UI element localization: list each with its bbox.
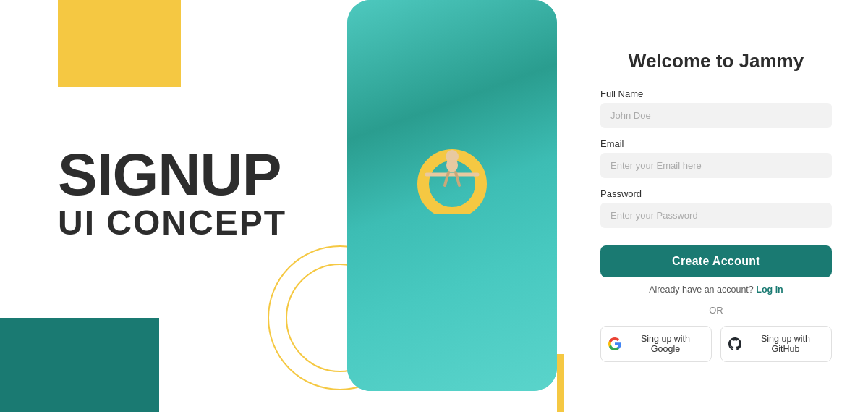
google-icon <box>608 337 621 350</box>
fullname-label: Full Name <box>600 88 832 99</box>
fullname-input[interactable] <box>600 103 832 128</box>
password-label: Password <box>600 188 832 199</box>
login-link[interactable]: Log In <box>756 285 783 295</box>
email-input[interactable] <box>600 153 832 178</box>
ui-concept-title: UI CONCEPT <box>58 204 286 243</box>
person-on-ring-svg <box>412 135 492 214</box>
github-button-label: Sing up with GitHub <box>747 334 824 354</box>
create-account-button[interactable]: Create Account <box>600 245 832 277</box>
password-input[interactable] <box>600 203 832 228</box>
password-group: Password <box>600 188 832 228</box>
social-buttons-container: Sing up with Google Sing up with GitHub <box>600 326 832 362</box>
or-divider: OR <box>709 305 723 316</box>
form-title: Welcome to Jammy <box>629 50 804 72</box>
already-account-text: Already have an account? <box>649 285 754 295</box>
signup-title: SIGNUP <box>58 145 286 204</box>
login-prompt: Already have an account? Log In <box>649 285 783 295</box>
phone-background <box>347 0 557 391</box>
signup-form-section: Welcome to Jammy Full Name Email Passwor… <box>564 0 868 412</box>
fullname-group: Full Name <box>600 88 832 128</box>
svg-point-5 <box>446 150 459 163</box>
deco-top-left-rect <box>58 0 181 87</box>
floating-person <box>412 135 492 217</box>
phone-image-container <box>347 0 557 391</box>
github-signup-button[interactable]: Sing up with GitHub <box>720 326 832 362</box>
github-icon <box>728 337 741 350</box>
google-signup-button[interactable]: Sing up with Google <box>600 326 712 362</box>
email-label: Email <box>600 138 832 149</box>
email-group: Email <box>600 138 832 178</box>
deco-bottom-left-rect <box>0 318 159 412</box>
google-button-label: Sing up with Google <box>627 334 704 354</box>
left-text-section: SIGNUP UI CONCEPT <box>58 145 286 243</box>
